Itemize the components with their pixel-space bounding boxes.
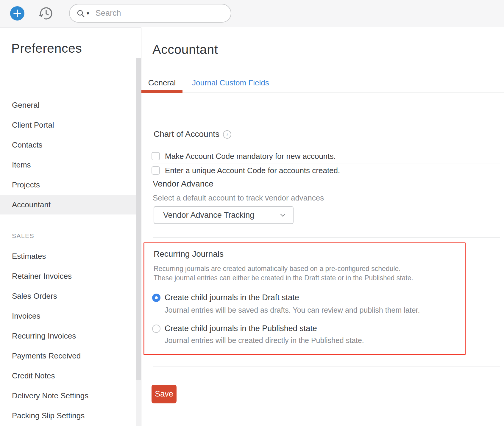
recurring-journals-desc-line1: Recurring journals are created automatic… bbox=[154, 265, 401, 273]
section-divider bbox=[153, 164, 500, 164]
published-state-label: Create child journals in the Published s… bbox=[165, 324, 317, 333]
chart-of-accounts-heading-text: Chart of Accounts bbox=[154, 129, 219, 139]
sidebar-item-credit-notes[interactable]: Credit Notes bbox=[0, 366, 136, 386]
section-divider bbox=[153, 237, 500, 238]
search-scope-caret-icon[interactable]: ▼ bbox=[86, 11, 90, 15]
accountant-settings-panel: Accountant General Journal Custom Fields… bbox=[141, 27, 504, 426]
search-input[interactable] bbox=[91, 9, 231, 18]
vendor-advance-hint: Select a default account to track vendor… bbox=[153, 193, 324, 203]
app-window: ▼ Preferences General Client Portal Cont… bbox=[0, 0, 504, 426]
page-title: Accountant bbox=[152, 42, 218, 57]
section-divider bbox=[153, 366, 500, 367]
vendor-advance-account-select[interactable]: Vendor Advance Tracking bbox=[154, 206, 294, 224]
sidebar-item-estimates[interactable]: Estimates bbox=[0, 246, 136, 266]
published-state-option[interactable]: Create child journals in the Published s… bbox=[152, 324, 317, 333]
sidebar-item-contacts[interactable]: Contacts bbox=[0, 135, 136, 155]
draft-state-description: Journal entries will be saved as drafts.… bbox=[165, 306, 420, 314]
draft-state-label: Create child journals in the Draft state bbox=[165, 293, 299, 302]
sidebar-item-recurring-invoices[interactable]: Recurring Invoices bbox=[0, 326, 136, 346]
chevron-down-icon bbox=[279, 212, 286, 219]
tab-general[interactable]: General bbox=[141, 73, 182, 93]
preferences-sidebar: Preferences General Client Portal Contac… bbox=[0, 28, 136, 426]
topbar: ▼ bbox=[0, 0, 504, 28]
unique-account-code-label: Enter a unique Account Code for accounts… bbox=[165, 166, 340, 175]
sidebar-item-payments-received[interactable]: Payments Received bbox=[0, 346, 136, 366]
save-button[interactable]: Save bbox=[152, 385, 177, 403]
sidebar-item-projects[interactable]: Projects bbox=[0, 175, 136, 195]
published-state-description: Journal entries will be created directly… bbox=[165, 336, 364, 345]
search-icon bbox=[76, 9, 85, 18]
sidebar-item-invoices[interactable]: Invoices bbox=[0, 306, 136, 326]
add-new-button[interactable] bbox=[10, 6, 24, 21]
info-icon[interactable]: i bbox=[223, 130, 231, 139]
sidebar-item-delivery-note-settings[interactable]: Delivery Note Settings bbox=[0, 386, 136, 405]
tab-journal-custom-fields[interactable]: Journal Custom Fields bbox=[192, 73, 269, 93]
sidebar-scrollbar-track[interactable] bbox=[136, 380, 141, 426]
sidebar-item-retainer-invoices[interactable]: Retainer Invoices bbox=[0, 266, 136, 286]
sidebar-title: Preferences bbox=[11, 41, 82, 56]
sidebar-item-sales-orders[interactable]: Sales Orders bbox=[0, 286, 136, 306]
account-code-mandatory-checkbox[interactable] bbox=[152, 152, 160, 160]
sidebar-item-packing-slip-settings[interactable]: Packing Slip Settings bbox=[0, 406, 136, 425]
vendor-advance-account-value: Vendor Advance Tracking bbox=[163, 211, 279, 220]
sidebar-section-sales: SALES bbox=[0, 226, 136, 246]
sidebar-item-items[interactable]: Items bbox=[0, 155, 136, 175]
recurring-journals-desc-line2: These journal entries can either be crea… bbox=[154, 274, 413, 282]
draft-state-option[interactable]: Create child journals in the Draft state bbox=[152, 293, 299, 302]
recent-activities-button[interactable] bbox=[39, 6, 54, 21]
sidebar-item-accountant[interactable]: Accountant bbox=[0, 195, 136, 214]
search-bar[interactable]: ▼ bbox=[69, 4, 231, 23]
unique-account-code-option[interactable]: Enter a unique Account Code for accounts… bbox=[152, 166, 340, 175]
published-state-radio[interactable] bbox=[152, 325, 160, 333]
sidebar-item-client-portal[interactable]: Client Portal bbox=[0, 115, 136, 135]
account-code-mandatory-option[interactable]: Make Account Code mandatory for new acco… bbox=[152, 152, 336, 161]
unique-account-code-checkbox[interactable] bbox=[152, 166, 160, 175]
sidebar-item-general[interactable]: General bbox=[0, 95, 136, 115]
draft-state-radio[interactable] bbox=[152, 294, 160, 302]
account-code-mandatory-label: Make Account Code mandatory for new acco… bbox=[165, 152, 336, 161]
active-tab-underline bbox=[141, 90, 182, 93]
recurring-journals-heading: Recurring Journals bbox=[154, 249, 224, 259]
vendor-advance-heading: Vendor Advance bbox=[153, 179, 213, 189]
history-clock-icon bbox=[39, 6, 54, 21]
chart-of-accounts-heading: Chart of Accountsi bbox=[154, 129, 231, 139]
sidebar-scrollbar-thumb[interactable] bbox=[136, 58, 141, 380]
plus-icon bbox=[10, 6, 24, 21]
